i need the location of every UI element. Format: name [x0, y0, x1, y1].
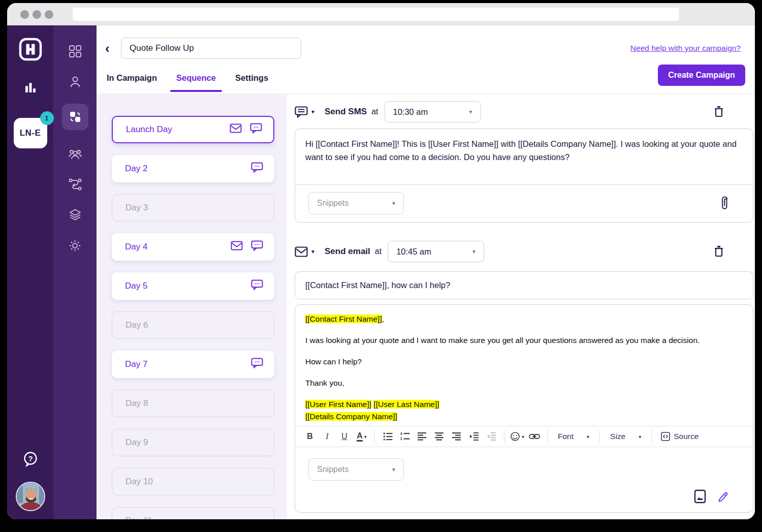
text-color-button[interactable]: A ▾: [354, 429, 369, 444]
step-editor: ▾ Send SMS at 10:30 am ▾: [287, 94, 755, 519]
day-label: Day 9: [125, 437, 148, 448]
day-label: Day 7: [125, 359, 147, 369]
chevron-down-icon: ▾: [522, 434, 524, 440]
align-right-button[interactable]: [449, 429, 464, 444]
people-icon[interactable]: [68, 147, 82, 161]
sms-snippets-select[interactable]: Snippets ▾: [308, 192, 404, 214]
font-family-select[interactable]: Font ▾: [553, 432, 594, 441]
source-label: Source: [674, 432, 698, 441]
tab-sequence[interactable]: Sequence: [176, 73, 216, 92]
grid-icon[interactable]: [69, 45, 82, 58]
snippets-placeholder: Snippets: [317, 465, 348, 474]
email-action-label: Send email: [325, 246, 370, 257]
tab-in-campaign[interactable]: In Campaign: [107, 73, 157, 92]
day-card-day-11[interactable]: Day 11: [112, 507, 274, 519]
merge-field: [[User Last Name]]: [373, 400, 439, 409]
day-label: Day 8: [125, 398, 148, 409]
snippets-placeholder: Snippets: [317, 199, 348, 208]
day-label: Day 3: [125, 203, 148, 213]
emoji-button[interactable]: ▾: [510, 429, 525, 444]
day-label: Day 6: [125, 320, 148, 330]
bullet-list-button[interactable]: [380, 429, 395, 444]
numbered-list-button[interactable]: [397, 429, 412, 444]
day-label: Launch Day: [126, 124, 172, 135]
sms-icon: [251, 162, 263, 175]
email-time-select[interactable]: 10:45 am ▾: [388, 241, 484, 262]
page-header: ‹ Need help with your campaign? Create C…: [97, 25, 755, 94]
address-input[interactable]: [73, 8, 679, 21]
day-card-day-3[interactable]: Day 3: [112, 194, 274, 222]
day-card-day-2[interactable]: Day 2: [112, 155, 274, 182]
chevron-down-icon: ▾: [364, 434, 367, 440]
insert-image-icon[interactable]: [694, 489, 706, 504]
layers-icon[interactable]: [69, 208, 82, 222]
gear-icon[interactable]: [68, 239, 82, 253]
align-left-button[interactable]: [415, 429, 430, 444]
day-card-day-9[interactable]: Day 9: [112, 429, 274, 456]
email-channel-icon[interactable]: [295, 246, 308, 257]
day-card-day-5[interactable]: Day 5: [112, 272, 274, 300]
at-label: at: [375, 247, 382, 256]
source-code-icon: [661, 432, 670, 441]
sms-channel-icon[interactable]: [295, 106, 308, 118]
sidebar-item-campaigns-active[interactable]: [62, 104, 88, 130]
outdent-button[interactable]: [484, 429, 499, 444]
email-step-header: ▾ Send email at 10:45 am ▾: [295, 241, 753, 262]
create-campaign-button[interactable]: Create Campaign: [658, 65, 745, 86]
workflow-icon[interactable]: [68, 178, 82, 191]
email-subject-input[interactable]: [[Contact First Name]], how can I help?: [295, 271, 753, 299]
indent-button[interactable]: [466, 429, 482, 444]
campaign-name-input[interactable]: [121, 38, 301, 59]
day-card-day-4[interactable]: Day 4: [112, 233, 274, 261]
align-center-button[interactable]: [432, 429, 447, 444]
email-icon: [230, 123, 242, 136]
person-icon[interactable]: [69, 75, 82, 88]
underline-button[interactable]: U: [337, 429, 352, 444]
avatar[interactable]: [16, 482, 45, 511]
chevron-down-icon: ▾: [587, 434, 589, 440]
bar-chart-icon[interactable]: [23, 80, 38, 97]
window-zoom-button[interactable]: [45, 10, 53, 19]
email-body-richtext[interactable]: [[Contact First Name]], I was looking at…: [295, 305, 753, 426]
day-card-day-8[interactable]: Day 8: [112, 390, 274, 417]
attachment-paperclip-icon[interactable]: [720, 196, 729, 211]
sms-icon: [251, 358, 263, 371]
delete-email-step-button[interactable]: [714, 245, 724, 258]
source-button[interactable]: Source: [657, 432, 703, 441]
day-card-day-7[interactable]: Day 7: [112, 351, 274, 378]
primary-sidebar: 1 LN-E ?: [7, 25, 53, 519]
chevron-down-icon[interactable]: ▾: [311, 108, 314, 115]
sms-icon: [250, 123, 262, 136]
workspace-tile[interactable]: 1 LN-E: [14, 118, 47, 148]
sms-time-select[interactable]: 10:30 am ▾: [385, 101, 481, 122]
window-minimize-button[interactable]: [33, 10, 41, 19]
italic-button[interactable]: I: [320, 429, 335, 444]
help-bubble-icon[interactable]: ?: [22, 451, 39, 471]
hatch-logo[interactable]: [19, 38, 42, 63]
link-button[interactable]: [527, 429, 542, 444]
back-button[interactable]: ‹: [105, 42, 117, 55]
day-card-day-6[interactable]: Day 6: [112, 311, 274, 339]
chevron-down-icon: ▾: [392, 466, 395, 473]
delete-sms-step-button[interactable]: [714, 106, 724, 118]
notification-badge: 1: [40, 111, 54, 125]
day-label: Day 4: [125, 242, 147, 252]
tab-settings[interactable]: Settings: [235, 73, 268, 92]
sequence-day-list: Launch Day Day 2 Day 3: [97, 94, 287, 519]
chevron-down-icon: ▾: [469, 108, 472, 115]
window-close-button[interactable]: [20, 10, 29, 19]
help-link[interactable]: Need help with your campaign?: [630, 44, 741, 53]
address-bar[interactable]: [73, 8, 679, 21]
font-size-select[interactable]: Size ▾: [605, 432, 646, 441]
sms-action-label: Send SMS: [325, 107, 367, 117]
day-card-launch-day[interactable]: Launch Day: [112, 116, 274, 143]
chevron-down-icon[interactable]: ▾: [311, 248, 314, 255]
day-card-day-10[interactable]: Day 10: [112, 468, 274, 495]
day-label: Day 2: [125, 164, 147, 174]
edit-pencil-icon[interactable]: [717, 490, 728, 504]
email-snippets-select[interactable]: Snippets ▾: [308, 458, 404, 481]
secondary-sidebar: [53, 25, 97, 519]
bold-button[interactable]: B: [302, 429, 318, 444]
day-label: Day 10: [125, 477, 153, 487]
sms-message-textarea[interactable]: Hi [[Contact First Name]]! This is [[Use…: [295, 129, 753, 185]
